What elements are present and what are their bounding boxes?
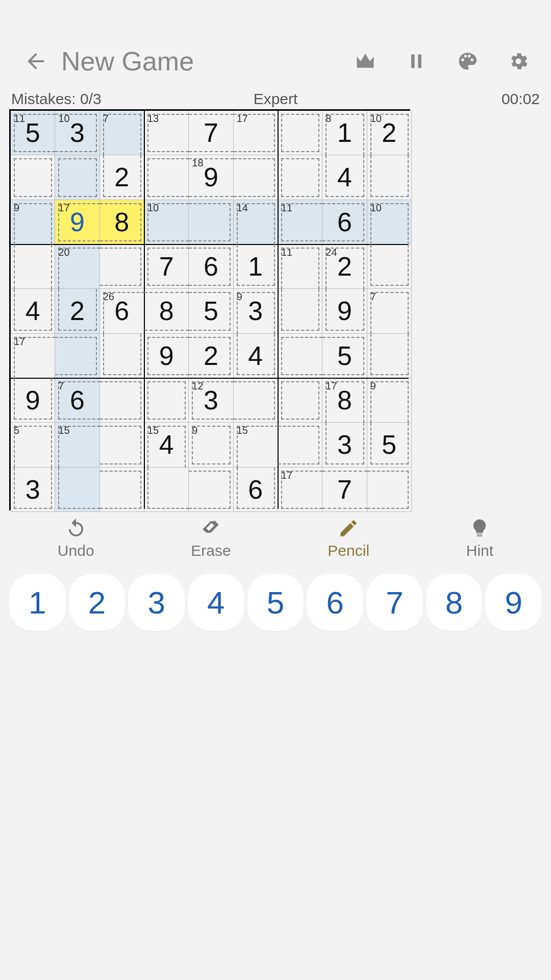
- num-3[interactable]: 3: [128, 574, 185, 631]
- cell-r7-c1[interactable]: 15: [55, 423, 99, 467]
- cell-r0-c5[interactable]: 17: [234, 111, 278, 155]
- cell-r3-c4[interactable]: 6: [189, 244, 233, 289]
- crown-icon[interactable]: [353, 49, 378, 74]
- cell-r3-c8[interactable]: [367, 244, 412, 289]
- cell-r4-c8[interactable]: 7: [367, 289, 412, 333]
- cell-r5-c4[interactable]: 2: [189, 334, 233, 378]
- cell-r6-c0[interactable]: 9: [11, 378, 55, 423]
- cell-r4-c0[interactable]: 4: [11, 289, 55, 333]
- cell-r1-c3[interactable]: [144, 155, 189, 200]
- cell-r3-c0[interactable]: [11, 244, 55, 289]
- cell-r8-c5[interactable]: 6: [234, 468, 278, 512]
- cell-r3-c3[interactable]: 7: [144, 244, 189, 289]
- cell-r2-c2[interactable]: 8: [100, 200, 144, 244]
- cell-r5-c5[interactable]: 4: [234, 334, 278, 378]
- cell-r8-c4[interactable]: [189, 468, 233, 512]
- cell-r2-c8[interactable]: 10: [367, 200, 412, 244]
- num-2[interactable]: 2: [69, 574, 126, 631]
- cell-r1-c6[interactable]: [278, 155, 322, 200]
- num-4[interactable]: 4: [188, 574, 244, 631]
- cell-r0-c1[interactable]: 310: [55, 111, 99, 155]
- pencil-button[interactable]: Pencil: [328, 518, 369, 564]
- num-6[interactable]: 6: [307, 574, 363, 631]
- cell-r8-c6[interactable]: 17: [278, 468, 322, 512]
- cell-r1-c2[interactable]: 2: [100, 155, 144, 200]
- cell-r0-c2[interactable]: 7: [100, 111, 144, 155]
- cell-r7-c5[interactable]: 15: [234, 423, 278, 467]
- cell-r6-c2[interactable]: [100, 378, 144, 423]
- cell-r2-c6[interactable]: 11: [278, 200, 322, 244]
- cell-r6-c3[interactable]: [144, 378, 189, 423]
- cell-r1-c7[interactable]: 4: [322, 155, 367, 200]
- cell-r3-c1[interactable]: 20: [55, 244, 99, 289]
- pause-icon[interactable]: [404, 49, 429, 74]
- gear-icon[interactable]: [506, 49, 531, 74]
- num-5[interactable]: 5: [247, 574, 304, 631]
- cell-r7-c2[interactable]: [100, 423, 144, 467]
- cell-r0-c3[interactable]: 13: [144, 111, 189, 155]
- cell-r7-c4[interactable]: 9: [189, 423, 233, 467]
- cell-r1-c4[interactable]: 918: [189, 155, 233, 200]
- cell-r5-c2[interactable]: [100, 334, 144, 378]
- back-button[interactable]: [20, 46, 51, 77]
- cell-r0-c7[interactable]: 18: [322, 111, 367, 155]
- cell-r6-c6[interactable]: [278, 378, 322, 423]
- cell-r1-c0[interactable]: [11, 155, 55, 200]
- cell-r7-c0[interactable]: 5: [11, 423, 55, 467]
- cell-r5-c6[interactable]: [278, 334, 322, 378]
- cell-r4-c7[interactable]: 9: [322, 289, 367, 333]
- cell-r1-c5[interactable]: [234, 155, 278, 200]
- cell-r4-c6[interactable]: [278, 289, 322, 333]
- cell-r3-c6[interactable]: 11: [278, 244, 322, 289]
- cell-r2-c7[interactable]: 6: [322, 200, 367, 244]
- cell-r0-c4[interactable]: 7: [189, 111, 233, 155]
- cell-r3-c7[interactable]: 224: [322, 244, 367, 289]
- cell-r5-c8[interactable]: [367, 334, 412, 378]
- cell-r3-c2[interactable]: [100, 244, 144, 289]
- num-1[interactable]: 1: [9, 574, 66, 631]
- cell-r2-c1[interactable]: 917: [55, 200, 99, 244]
- erase-button[interactable]: Erase: [191, 518, 231, 564]
- cell-r6-c8[interactable]: 9: [367, 378, 412, 423]
- cell-r1-c1[interactable]: [55, 155, 99, 200]
- cell-r0-c6[interactable]: [278, 111, 322, 155]
- palette-icon[interactable]: [455, 49, 480, 74]
- cell-r8-c2[interactable]: [100, 468, 144, 512]
- cell-r8-c1[interactable]: [55, 468, 99, 512]
- num-7[interactable]: 7: [366, 574, 423, 631]
- cell-r2-c5[interactable]: 14: [234, 200, 278, 244]
- cell-r7-c6[interactable]: [278, 423, 322, 467]
- cell-r2-c3[interactable]: 10: [144, 200, 189, 244]
- cell-r8-c3[interactable]: [144, 468, 189, 512]
- cell-r3-c5[interactable]: 1: [234, 244, 278, 289]
- num-8[interactable]: 8: [426, 574, 483, 631]
- cell-r2-c0[interactable]: 9: [11, 200, 55, 244]
- cage-sum: 26: [103, 291, 114, 303]
- cell-r5-c7[interactable]: 5: [322, 334, 367, 378]
- cell-r8-c8[interactable]: [367, 468, 412, 512]
- cell-r2-c4[interactable]: [189, 200, 233, 244]
- cell-r4-c3[interactable]: 8: [144, 289, 189, 333]
- cell-r4-c5[interactable]: 39: [234, 289, 278, 333]
- num-9[interactable]: 9: [485, 574, 542, 631]
- cell-r5-c3[interactable]: 9: [144, 334, 189, 378]
- cell-r0-c0[interactable]: 511: [11, 111, 55, 155]
- cell-r6-c5[interactable]: [234, 378, 278, 423]
- hint-button[interactable]: Hint: [466, 518, 493, 564]
- cell-r4-c4[interactable]: 5: [189, 289, 233, 333]
- cell-r7-c7[interactable]: 3: [322, 423, 367, 467]
- undo-button[interactable]: Undo: [58, 518, 94, 564]
- cell-r7-c8[interactable]: 5: [367, 423, 412, 467]
- cell-r0-c8[interactable]: 210: [367, 111, 412, 155]
- cell-r8-c7[interactable]: 7: [322, 468, 367, 512]
- cell-r1-c8[interactable]: [367, 155, 412, 200]
- cell-r7-c3[interactable]: 415: [144, 423, 189, 467]
- cell-r4-c2[interactable]: 626: [100, 289, 144, 333]
- cell-r5-c1[interactable]: [55, 334, 99, 378]
- cell-r6-c1[interactable]: 67: [55, 378, 99, 423]
- cell-r4-c1[interactable]: 2: [55, 289, 99, 333]
- cell-r6-c7[interactable]: 817: [322, 378, 367, 423]
- cell-r8-c0[interactable]: 3: [11, 468, 55, 512]
- cell-r5-c0[interactable]: 17: [11, 334, 55, 378]
- cell-r6-c4[interactable]: 312: [189, 378, 233, 423]
